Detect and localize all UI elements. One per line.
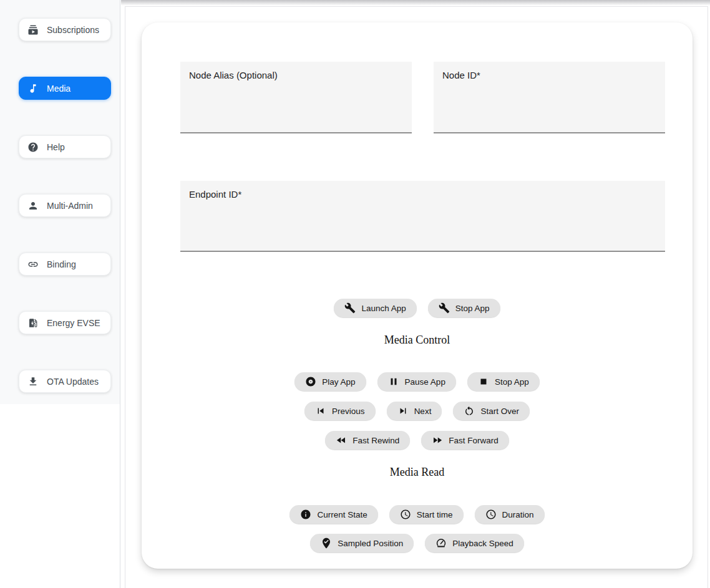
skip-previous-icon (315, 405, 326, 417)
endpoint-id-field[interactable]: Endpoint ID* (180, 181, 665, 252)
next-button[interactable]: Next (387, 402, 442, 420)
endpoint-field-row: Endpoint ID* (180, 181, 665, 252)
media-read-row-2: Sampled Position Playback Speed (142, 534, 693, 552)
sidebar-item-label: OTA Updates (47, 377, 99, 387)
playback-speed-button[interactable]: Playback Speed (425, 534, 524, 552)
sampled-position-button[interactable]: Sampled Position (310, 534, 414, 552)
sidebar-item-help[interactable]: Help (19, 135, 111, 158)
stop-icon (478, 376, 489, 387)
previous-label: Previous (332, 407, 365, 416)
start-time-label: Start time (417, 510, 453, 519)
fast-forward-icon (432, 435, 443, 446)
download-icon (27, 376, 39, 387)
wrench-icon (439, 302, 450, 314)
location-check-icon (321, 537, 332, 549)
sidebar-item-energy-evse[interactable]: Energy EVSE (19, 311, 111, 334)
top-scroll-shadow (121, 0, 710, 6)
restart-icon (464, 405, 475, 417)
duration-label: Duration (502, 510, 534, 519)
sidebar-item-label: Subscriptions (47, 25, 99, 35)
sidebar-item-label: Media (47, 84, 71, 94)
person-icon (27, 200, 39, 211)
current-state-button[interactable]: Current State (289, 505, 377, 524)
fast-rewind-label: Fast Rewind (353, 436, 399, 445)
clock-icon (485, 509, 497, 520)
node-id-label: Node ID* (442, 70, 480, 80)
stop-app-media-label: Stop App (495, 377, 529, 387)
sidebar-item-media[interactable]: Media (19, 77, 111, 100)
sidebar-item-ota-updates[interactable]: OTA Updates (19, 370, 111, 393)
current-state-label: Current State (317, 510, 367, 519)
stop-app-media-button[interactable]: Stop App (467, 372, 540, 391)
wrench-icon (344, 302, 356, 314)
info-icon (300, 509, 311, 520)
launch-app-button[interactable]: Launch App (334, 299, 416, 317)
speedometer-icon (435, 537, 447, 549)
help-icon (27, 142, 39, 153)
play-app-button[interactable]: Play App (294, 372, 366, 391)
sidebar-item-label: Help (47, 142, 65, 152)
endpoint-id-label: Endpoint ID* (189, 189, 241, 200)
fast-rewind-icon (336, 435, 347, 446)
stop-app-label: Stop App (455, 304, 490, 313)
launch-app-label: Launch App (361, 304, 406, 313)
sidebar-item-label: Binding (47, 259, 76, 269)
media-control-row-3: Fast Rewind Fast Forward (142, 431, 693, 450)
pause-app-button[interactable]: Pause App (377, 372, 456, 391)
link-icon (27, 259, 39, 270)
node-id-field[interactable]: Node ID* (434, 62, 665, 133)
sidebar-item-label: Multi-Admin (47, 201, 93, 211)
media-control-row-1: Play App Pause App Stop App (142, 372, 693, 391)
duration-button[interactable]: Duration (475, 505, 545, 524)
next-label: Next (414, 407, 432, 416)
start-over-button[interactable]: Start Over (453, 402, 530, 420)
sampled-position-label: Sampled Position (338, 539, 403, 548)
start-over-label: Start Over (480, 407, 519, 416)
start-time-button[interactable]: Start time (389, 505, 464, 524)
media-cluster-card: Node Alias (Optional) Node ID* Endpoint … (142, 22, 693, 569)
sidebar-item-label: Energy EVSE (47, 318, 100, 328)
fast-forward-button[interactable]: Fast Forward (421, 431, 509, 450)
previous-button[interactable]: Previous (304, 402, 376, 420)
sidebar-item-binding[interactable]: Binding (19, 253, 111, 276)
main-area: Node Alias (Optional) Node ID* Endpoint … (120, 0, 710, 588)
sidebar-item-subscriptions[interactable]: Subscriptions (19, 18, 111, 41)
pause-icon (388, 376, 399, 387)
media-control-heading: Media Control (142, 334, 693, 345)
sidebar: Subscriptions Media Help Multi-Admin Bin (0, 0, 120, 588)
media-read-heading: Media Read (142, 466, 693, 478)
node-alias-label: Node Alias (Optional) (189, 70, 278, 80)
music-note-icon (27, 83, 39, 94)
media-control-row-2: Previous Next Start Over (142, 402, 693, 420)
content-panel: Node Alias (Optional) Node ID* Endpoint … (125, 6, 708, 588)
node-alias-field[interactable]: Node Alias (Optional) (180, 62, 412, 133)
playback-speed-label: Playback Speed (452, 539, 513, 548)
fast-rewind-button[interactable]: Fast Rewind (325, 431, 410, 450)
node-fields-row: Node Alias (Optional) Node ID* (180, 62, 665, 133)
subscriptions-icon (27, 24, 39, 36)
stop-app-button[interactable]: Stop App (428, 299, 500, 317)
app-actions-row: Launch App Stop App (142, 299, 693, 317)
fast-forward-label: Fast Forward (449, 436, 498, 445)
play-disc-icon (305, 376, 316, 387)
sidebar-item-multi-admin[interactable]: Multi-Admin (19, 194, 111, 217)
sidebar-nav: Subscriptions Media Help Multi-Admin Bin (0, 0, 120, 404)
media-read-row-1: Current State Start time Duration (142, 505, 693, 524)
skip-next-icon (397, 405, 409, 417)
ev-station-icon (27, 317, 39, 329)
play-app-label: Play App (322, 377, 355, 387)
pause-app-label: Pause App (405, 377, 445, 387)
clock-icon (400, 509, 411, 520)
